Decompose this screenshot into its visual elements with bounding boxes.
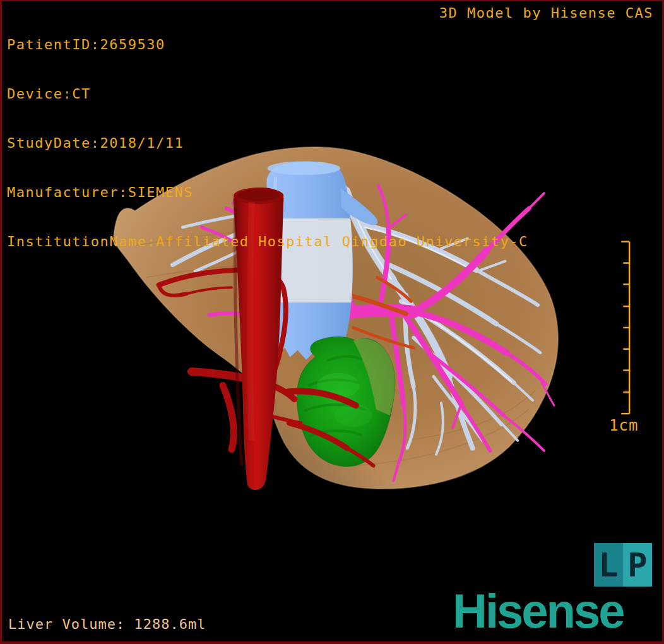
hisense-logo: Hisense (453, 587, 624, 635)
scale-bar-label: 1cm (609, 417, 638, 434)
orientation-letter-left: L (594, 543, 623, 587)
orientation-letter-right: P (623, 543, 652, 587)
manufacturer-line: Manufacturer:SIEMENS (7, 184, 528, 201)
device-line: Device:CT (7, 86, 528, 102)
study-date-line: StudyDate:2018/1/11 (7, 135, 528, 152)
watermark-title: 3D Model by Hisense CAS (439, 5, 653, 21)
orientation-marker: L P (594, 543, 652, 587)
institution-line: InstitutionName:Affiliated Hospital Qing… (7, 234, 528, 250)
liver-volume-readout: Liver Volume: 1288.6ml (8, 616, 206, 633)
patient-id-line: PatientID:2659530 (7, 37, 528, 53)
cas-3d-viewer-window: PatientID:2659530 Device:CT StudyDate:20… (0, 0, 664, 644)
patient-info-overlay: PatientID:2659530 Device:CT StudyDate:20… (7, 4, 528, 283)
scale-bar (621, 242, 629, 414)
